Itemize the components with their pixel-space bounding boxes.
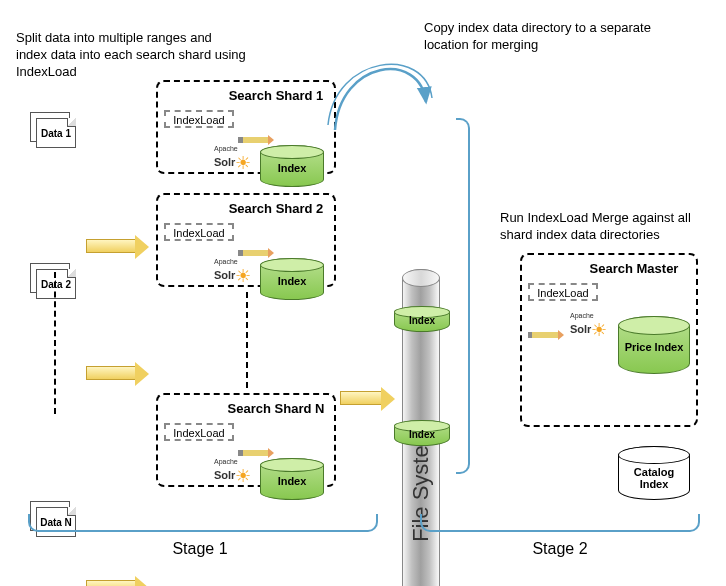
index-cylinder: Index [260,145,324,187]
pencil-icon [528,332,558,338]
price-index-cylinder: Price Index [618,316,690,374]
catalog-index-cylinder: Catalog Index [618,446,690,500]
master-title: Search Master [572,261,696,276]
sunburst-icon: ☀ [235,153,251,173]
shard-1: Search Shard 1 IndexLoad Index Apache So… [156,80,336,174]
index-label: Index [261,275,323,287]
stage2-brace [420,514,700,532]
vertical-ellipsis-data [54,272,56,414]
shard-title: Search Shard N [218,401,334,416]
caption-merge: Run IndexLoad Merge against all shard in… [500,210,720,244]
indexload-box: IndexLoad [164,110,234,128]
arrow-dataN-to-shard [86,580,136,586]
index-cylinder: Index [260,458,324,500]
pencil-icon [238,450,268,456]
shard-2: Search Shard 2 IndexLoad Index Apache So… [156,193,336,287]
arrow-shard-to-fs [340,391,382,405]
fs-index-slot: Index [394,306,450,332]
file-system: File System Index Index Index [402,269,440,586]
data-label: Data 1 [36,118,76,148]
catalog-index-label: Catalog Index [619,466,689,490]
stage1-brace [28,514,378,532]
shard-n: Search Shard N IndexLoad Index Apache So… [156,393,336,487]
shard-title: Search Shard 2 [218,201,334,216]
solr-logo: Apache Solr☀ [214,259,251,287]
pencil-icon [238,137,268,143]
data-label: Data 2 [36,269,76,299]
sunburst-icon: ☀ [235,466,251,486]
solr-logo: Apache Solr☀ [214,459,251,487]
sunburst-icon: ☀ [591,320,607,340]
stage2-label: Stage 2 [500,540,620,558]
search-master: Search Master IndexLoad Apache Solr☀ Pri… [520,253,698,427]
caption-split: Split data into multiple ranges and inde… [16,30,246,81]
brace-right-icon [456,118,470,474]
index-label: Index [261,162,323,174]
solr-logo: Apache Solr☀ [570,313,607,341]
vertical-ellipsis [246,292,248,388]
indexload-box: IndexLoad [164,423,234,441]
arrow-data2-to-shard [86,366,136,380]
indexload-box: IndexLoad [164,223,234,241]
arrow-data1-to-shard [86,239,136,253]
index-cylinder: Index [260,258,324,300]
sunburst-icon: ☀ [235,266,251,286]
curved-arrow [320,40,460,140]
data-source-1: Data 1 [30,112,78,150]
shard-title: Search Shard 1 [218,88,334,103]
index-label: Index [261,475,323,487]
pencil-icon [238,250,268,256]
fs-index-slot: Index [394,420,450,446]
stage1-label: Stage 1 [140,540,260,558]
solr-logo: Apache Solr☀ [214,146,251,174]
indexload-box: IndexLoad [528,283,598,301]
price-index-label: Price Index [619,341,689,353]
